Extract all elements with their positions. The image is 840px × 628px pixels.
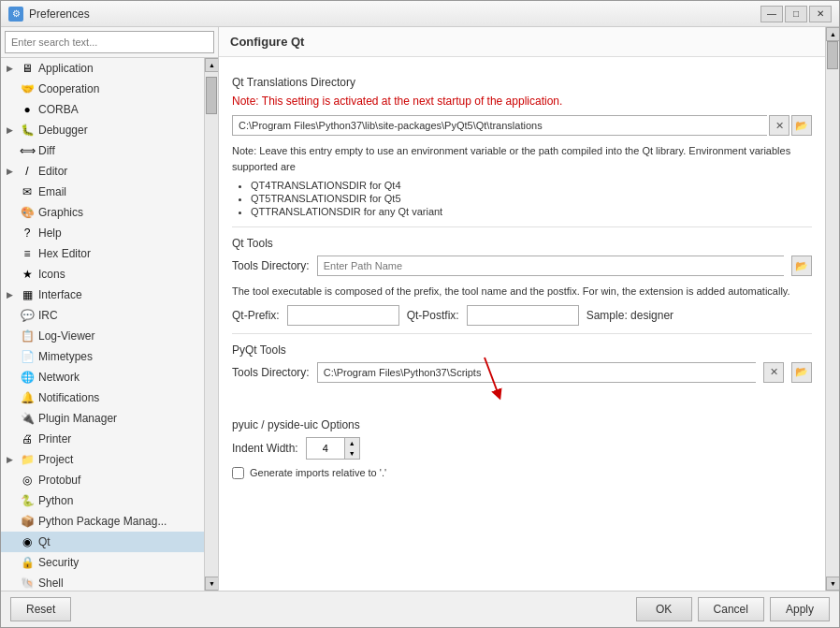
pyqttools-section-label: PyQt Tools — [232, 343, 812, 357]
panel-scroll-down[interactable]: ▼ — [826, 577, 839, 591]
icons-icon: ★ — [20, 267, 35, 282]
sidebar-label-logviewer: Log-Viewer — [38, 329, 94, 343]
qttools-desc: The tool executable is composed of the p… — [232, 284, 812, 299]
sidebar-item-email[interactable]: ✉Email — [1, 182, 204, 202]
translations-browse-btn[interactable]: 📂 — [791, 115, 812, 136]
qt-prefix-input[interactable] — [287, 305, 399, 326]
sidebar-item-corba[interactable]: ●CORBA — [1, 99, 204, 120]
hexeditor-icon: ≡ — [20, 246, 35, 261]
sidebar-label-hexeditor: Hex Editor — [38, 247, 91, 260]
minimize-button[interactable]: — — [760, 6, 783, 22]
search-input[interactable] — [5, 31, 214, 53]
panel-scrollbar-thumb[interactable] — [827, 41, 838, 69]
qttools-section-label: Qt Tools — [232, 237, 812, 250]
sidebar-item-debugger[interactable]: ▶🐛Debugger — [1, 120, 204, 140]
debugger-icon: 🐛 — [20, 123, 35, 138]
ok-button[interactable]: OK — [636, 597, 692, 621]
interface-icon: ▦ — [20, 287, 35, 302]
sidebar-item-security[interactable]: 🔒Security — [1, 552, 204, 573]
bottom-bar: Reset OK Cancel Apply — [1, 591, 839, 627]
sidebar-item-qt[interactable]: ◉Qt — [1, 532, 204, 552]
window-icon: ⚙ — [8, 7, 23, 22]
logviewer-icon: 📋 — [20, 329, 35, 343]
sidebar-item-pluginmanager[interactable]: 🔌Plugin Manager — [1, 408, 204, 429]
sidebar-label-editor: Editor — [38, 165, 67, 178]
sidebar-label-qt: Qt — [38, 535, 51, 548]
panel-scroll-up[interactable]: ▲ — [826, 27, 839, 41]
irc-icon: 💬 — [20, 308, 35, 323]
close-button[interactable]: ✕ — [809, 6, 832, 22]
bullet-qt5: QT5TRANSLATIONSDIR for Qt5 — [251, 193, 812, 204]
sidebar-item-interface[interactable]: ▶▦Interface — [1, 285, 204, 305]
qttools-dir-row: Tools Directory: 📂 — [232, 256, 812, 276]
qt-postfix-input[interactable] — [467, 305, 579, 326]
sidebar-item-cooperation[interactable]: 🤝Cooperation — [1, 79, 204, 99]
sidebar-item-help[interactable]: ?Help — [1, 223, 204, 243]
graphics-icon: 🎨 — [20, 205, 35, 220]
qttools-browse-btn[interactable]: 📂 — [791, 256, 812, 276]
sidebar-item-mimetypes[interactable]: 📄Mimetypes — [1, 346, 204, 367]
indent-input[interactable] — [307, 438, 344, 459]
application-icon: 🖥 — [20, 61, 35, 76]
sidebar-item-network[interactable]: 🌐Network — [1, 367, 204, 387]
pyqttools-dir-label: Tools Directory: — [232, 366, 310, 379]
sidebar-item-python[interactable]: 🐍Python — [1, 490, 204, 511]
sidebar-label-graphics: Graphics — [38, 206, 83, 219]
sidebar-item-icons[interactable]: ★Icons — [1, 264, 204, 285]
sidebar-item-editor[interactable]: ▶/Editor — [1, 161, 204, 182]
sidebar-scroll-area: ▶🖥Application🤝Cooperation●CORBA▶🐛Debugge… — [1, 58, 218, 591]
sidebar-item-graphics[interactable]: 🎨Graphics — [1, 202, 204, 223]
translations-clear-btn[interactable]: ✕ — [769, 115, 789, 136]
sidebar-label-pluginmanager: Plugin Manager — [38, 412, 117, 425]
sidebar-item-hexeditor[interactable]: ≡Hex Editor — [1, 243, 204, 264]
sidebar-item-diff[interactable]: ⟺Diff — [1, 140, 204, 161]
translations-path-input[interactable] — [232, 115, 767, 136]
sidebar-label-cooperation: Cooperation — [38, 82, 99, 95]
sidebar-label-diff: Diff — [38, 144, 55, 157]
cancel-button[interactable]: Cancel — [698, 597, 764, 621]
sidebar-arrow-interface: ▶ — [7, 290, 16, 299]
sidebar-scroll-up[interactable]: ▲ — [205, 58, 218, 72]
maximize-button[interactable]: □ — [785, 6, 807, 22]
reset-button[interactable]: Reset — [10, 597, 71, 621]
sidebar-item-protobuf[interactable]: ◎Protobuf — [1, 470, 204, 490]
sidebar-label-help: Help — [38, 226, 62, 240]
pyqttools-dir-input[interactable] — [317, 362, 756, 383]
printer-icon: 🖨 — [20, 431, 35, 446]
sidebar-label-mimetypes: Mimetypes — [38, 350, 93, 363]
indent-spinner: ▲ ▼ — [306, 437, 360, 460]
indent-down-btn[interactable]: ▼ — [344, 448, 359, 459]
sidebar-item-shell[interactable]: 🐚Shell — [1, 573, 204, 591]
bullet-qtany: QTTRANSLATIONSDIR for any Qt variant — [251, 206, 812, 217]
sidebar-label-shell: Shell — [38, 577, 64, 590]
sidebar-label-notifications: Notifications — [38, 391, 99, 404]
panel-header: Configure Qt — [219, 27, 825, 57]
sidebar-label-icons: Icons — [38, 268, 65, 281]
sidebar-item-application[interactable]: ▶🖥Application — [1, 58, 204, 79]
translations-note: Note: This setting is activated at the n… — [232, 95, 812, 108]
sidebar-item-notifications[interactable]: 🔔Notifications — [1, 387, 204, 408]
apply-button[interactable]: Apply — [770, 597, 830, 621]
right-panel-scrollbar: ▲ ▼ — [825, 27, 839, 591]
sidebar-item-pythonpkgmgr[interactable]: 📦Python Package Manag... — [1, 511, 204, 532]
sidebar-scroll-down[interactable]: ▼ — [205, 577, 218, 591]
sidebar-label-project: Project — [38, 453, 73, 466]
sidebar-label-corba: CORBA — [38, 103, 79, 116]
indent-up-btn[interactable]: ▲ — [344, 438, 359, 448]
panel-title: Configure Qt — [230, 35, 304, 49]
preferences-window: ⚙ Preferences — □ ✕ ▶🖥Application🤝Cooper… — [0, 0, 840, 628]
sidebar-label-email: Email — [38, 185, 66, 198]
sidebar-item-irc[interactable]: 💬IRC — [1, 305, 204, 326]
pyqttools-clear-btn[interactable]: ✕ — [763, 362, 784, 383]
sidebar-label-network: Network — [38, 371, 80, 384]
sidebar-item-logviewer[interactable]: 📋Log-Viewer — [1, 326, 204, 346]
sidebar-item-printer[interactable]: 🖨Printer — [1, 429, 204, 449]
sidebar-scrollbar-thumb[interactable] — [206, 77, 217, 114]
pyqttools-browse-btn[interactable]: 📂 — [791, 362, 812, 383]
qttools-dir-input[interactable] — [317, 256, 784, 276]
panel-content: Qt Translations Directory Note: This set… — [219, 57, 825, 591]
sidebar-item-project[interactable]: ▶📁Project — [1, 449, 204, 470]
python-icon: 🐍 — [20, 493, 35, 508]
imports-checkbox[interactable] — [232, 467, 244, 479]
shell-icon: 🐚 — [20, 576, 35, 591]
